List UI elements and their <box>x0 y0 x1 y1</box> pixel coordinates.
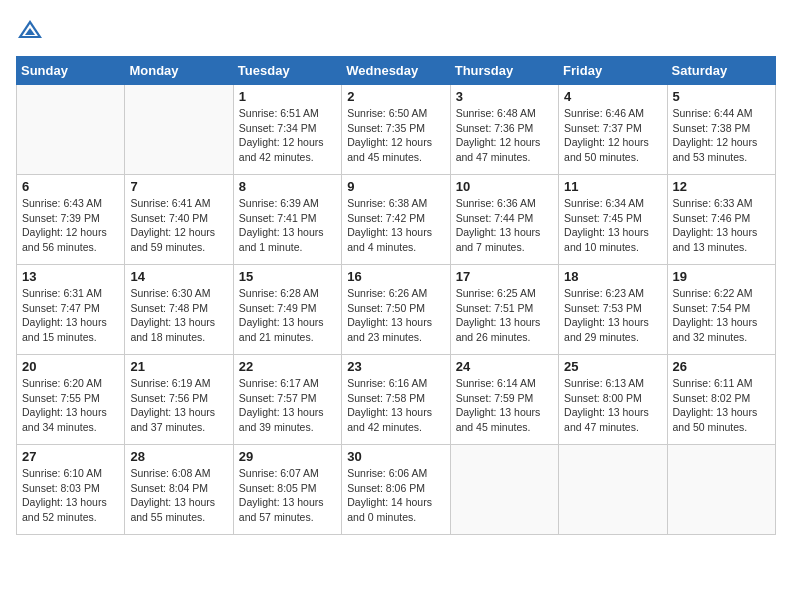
day-number: 17 <box>456 269 553 284</box>
day-number: 23 <box>347 359 444 374</box>
day-info: Sunrise: 6:11 AM Sunset: 8:02 PM Dayligh… <box>673 376 770 435</box>
page-header <box>16 16 776 44</box>
logo <box>16 16 48 44</box>
day-number: 9 <box>347 179 444 194</box>
day-info: Sunrise: 6:44 AM Sunset: 7:38 PM Dayligh… <box>673 106 770 165</box>
calendar-cell: 28Sunrise: 6:08 AM Sunset: 8:04 PM Dayli… <box>125 445 233 535</box>
day-info: Sunrise: 6:48 AM Sunset: 7:36 PM Dayligh… <box>456 106 553 165</box>
calendar-cell: 16Sunrise: 6:26 AM Sunset: 7:50 PM Dayli… <box>342 265 450 355</box>
calendar-cell: 15Sunrise: 6:28 AM Sunset: 7:49 PM Dayli… <box>233 265 341 355</box>
calendar-cell <box>559 445 667 535</box>
calendar-cell: 1Sunrise: 6:51 AM Sunset: 7:34 PM Daylig… <box>233 85 341 175</box>
day-info: Sunrise: 6:28 AM Sunset: 7:49 PM Dayligh… <box>239 286 336 345</box>
calendar-week-row: 6Sunrise: 6:43 AM Sunset: 7:39 PM Daylig… <box>17 175 776 265</box>
day-number: 5 <box>673 89 770 104</box>
day-of-week-header: Tuesday <box>233 57 341 85</box>
day-of-week-header: Monday <box>125 57 233 85</box>
day-info: Sunrise: 6:30 AM Sunset: 7:48 PM Dayligh… <box>130 286 227 345</box>
day-number: 1 <box>239 89 336 104</box>
day-info: Sunrise: 6:06 AM Sunset: 8:06 PM Dayligh… <box>347 466 444 525</box>
day-of-week-header: Saturday <box>667 57 775 85</box>
day-info: Sunrise: 6:41 AM Sunset: 7:40 PM Dayligh… <box>130 196 227 255</box>
calendar-cell <box>667 445 775 535</box>
day-number: 13 <box>22 269 119 284</box>
day-number: 10 <box>456 179 553 194</box>
day-info: Sunrise: 6:50 AM Sunset: 7:35 PM Dayligh… <box>347 106 444 165</box>
calendar-cell: 26Sunrise: 6:11 AM Sunset: 8:02 PM Dayli… <box>667 355 775 445</box>
day-number: 2 <box>347 89 444 104</box>
day-number: 3 <box>456 89 553 104</box>
calendar-body: 1Sunrise: 6:51 AM Sunset: 7:34 PM Daylig… <box>17 85 776 535</box>
day-info: Sunrise: 6:08 AM Sunset: 8:04 PM Dayligh… <box>130 466 227 525</box>
day-info: Sunrise: 6:23 AM Sunset: 7:53 PM Dayligh… <box>564 286 661 345</box>
calendar-cell <box>450 445 558 535</box>
calendar-cell: 7Sunrise: 6:41 AM Sunset: 7:40 PM Daylig… <box>125 175 233 265</box>
day-info: Sunrise: 6:51 AM Sunset: 7:34 PM Dayligh… <box>239 106 336 165</box>
day-number: 15 <box>239 269 336 284</box>
day-number: 29 <box>239 449 336 464</box>
day-info: Sunrise: 6:36 AM Sunset: 7:44 PM Dayligh… <box>456 196 553 255</box>
day-number: 12 <box>673 179 770 194</box>
calendar-cell: 30Sunrise: 6:06 AM Sunset: 8:06 PM Dayli… <box>342 445 450 535</box>
logo-icon <box>16 16 44 44</box>
calendar-cell: 19Sunrise: 6:22 AM Sunset: 7:54 PM Dayli… <box>667 265 775 355</box>
day-info: Sunrise: 6:31 AM Sunset: 7:47 PM Dayligh… <box>22 286 119 345</box>
calendar-cell: 8Sunrise: 6:39 AM Sunset: 7:41 PM Daylig… <box>233 175 341 265</box>
day-number: 25 <box>564 359 661 374</box>
day-info: Sunrise: 6:22 AM Sunset: 7:54 PM Dayligh… <box>673 286 770 345</box>
day-info: Sunrise: 6:46 AM Sunset: 7:37 PM Dayligh… <box>564 106 661 165</box>
day-info: Sunrise: 6:38 AM Sunset: 7:42 PM Dayligh… <box>347 196 444 255</box>
day-number: 16 <box>347 269 444 284</box>
day-number: 11 <box>564 179 661 194</box>
day-info: Sunrise: 6:07 AM Sunset: 8:05 PM Dayligh… <box>239 466 336 525</box>
calendar-cell <box>17 85 125 175</box>
day-info: Sunrise: 6:10 AM Sunset: 8:03 PM Dayligh… <box>22 466 119 525</box>
calendar-cell: 18Sunrise: 6:23 AM Sunset: 7:53 PM Dayli… <box>559 265 667 355</box>
calendar-cell: 6Sunrise: 6:43 AM Sunset: 7:39 PM Daylig… <box>17 175 125 265</box>
calendar-cell: 12Sunrise: 6:33 AM Sunset: 7:46 PM Dayli… <box>667 175 775 265</box>
calendar-cell <box>125 85 233 175</box>
day-number: 8 <box>239 179 336 194</box>
day-number: 24 <box>456 359 553 374</box>
day-number: 14 <box>130 269 227 284</box>
calendar-week-row: 1Sunrise: 6:51 AM Sunset: 7:34 PM Daylig… <box>17 85 776 175</box>
day-number: 26 <box>673 359 770 374</box>
day-number: 19 <box>673 269 770 284</box>
calendar-cell: 29Sunrise: 6:07 AM Sunset: 8:05 PM Dayli… <box>233 445 341 535</box>
calendar-cell: 13Sunrise: 6:31 AM Sunset: 7:47 PM Dayli… <box>17 265 125 355</box>
calendar-week-row: 13Sunrise: 6:31 AM Sunset: 7:47 PM Dayli… <box>17 265 776 355</box>
calendar-cell: 20Sunrise: 6:20 AM Sunset: 7:55 PM Dayli… <box>17 355 125 445</box>
calendar-cell: 5Sunrise: 6:44 AM Sunset: 7:38 PM Daylig… <box>667 85 775 175</box>
day-info: Sunrise: 6:25 AM Sunset: 7:51 PM Dayligh… <box>456 286 553 345</box>
day-number: 18 <box>564 269 661 284</box>
day-number: 6 <box>22 179 119 194</box>
day-info: Sunrise: 6:13 AM Sunset: 8:00 PM Dayligh… <box>564 376 661 435</box>
day-info: Sunrise: 6:39 AM Sunset: 7:41 PM Dayligh… <box>239 196 336 255</box>
calendar-cell: 22Sunrise: 6:17 AM Sunset: 7:57 PM Dayli… <box>233 355 341 445</box>
day-number: 7 <box>130 179 227 194</box>
day-info: Sunrise: 6:17 AM Sunset: 7:57 PM Dayligh… <box>239 376 336 435</box>
calendar-cell: 9Sunrise: 6:38 AM Sunset: 7:42 PM Daylig… <box>342 175 450 265</box>
day-of-week-header: Thursday <box>450 57 558 85</box>
day-info: Sunrise: 6:20 AM Sunset: 7:55 PM Dayligh… <box>22 376 119 435</box>
calendar-cell: 25Sunrise: 6:13 AM Sunset: 8:00 PM Dayli… <box>559 355 667 445</box>
day-number: 20 <box>22 359 119 374</box>
calendar-table: SundayMondayTuesdayWednesdayThursdayFrid… <box>16 56 776 535</box>
calendar-cell: 3Sunrise: 6:48 AM Sunset: 7:36 PM Daylig… <box>450 85 558 175</box>
day-number: 22 <box>239 359 336 374</box>
day-number: 30 <box>347 449 444 464</box>
calendar-cell: 10Sunrise: 6:36 AM Sunset: 7:44 PM Dayli… <box>450 175 558 265</box>
day-of-week-header: Friday <box>559 57 667 85</box>
day-number: 4 <box>564 89 661 104</box>
calendar-cell: 14Sunrise: 6:30 AM Sunset: 7:48 PM Dayli… <box>125 265 233 355</box>
day-of-week-header: Wednesday <box>342 57 450 85</box>
calendar-week-row: 27Sunrise: 6:10 AM Sunset: 8:03 PM Dayli… <box>17 445 776 535</box>
calendar-cell: 27Sunrise: 6:10 AM Sunset: 8:03 PM Dayli… <box>17 445 125 535</box>
calendar-cell: 11Sunrise: 6:34 AM Sunset: 7:45 PM Dayli… <box>559 175 667 265</box>
day-info: Sunrise: 6:19 AM Sunset: 7:56 PM Dayligh… <box>130 376 227 435</box>
calendar-cell: 2Sunrise: 6:50 AM Sunset: 7:35 PM Daylig… <box>342 85 450 175</box>
day-info: Sunrise: 6:43 AM Sunset: 7:39 PM Dayligh… <box>22 196 119 255</box>
calendar-cell: 24Sunrise: 6:14 AM Sunset: 7:59 PM Dayli… <box>450 355 558 445</box>
calendar-cell: 17Sunrise: 6:25 AM Sunset: 7:51 PM Dayli… <box>450 265 558 355</box>
day-info: Sunrise: 6:26 AM Sunset: 7:50 PM Dayligh… <box>347 286 444 345</box>
